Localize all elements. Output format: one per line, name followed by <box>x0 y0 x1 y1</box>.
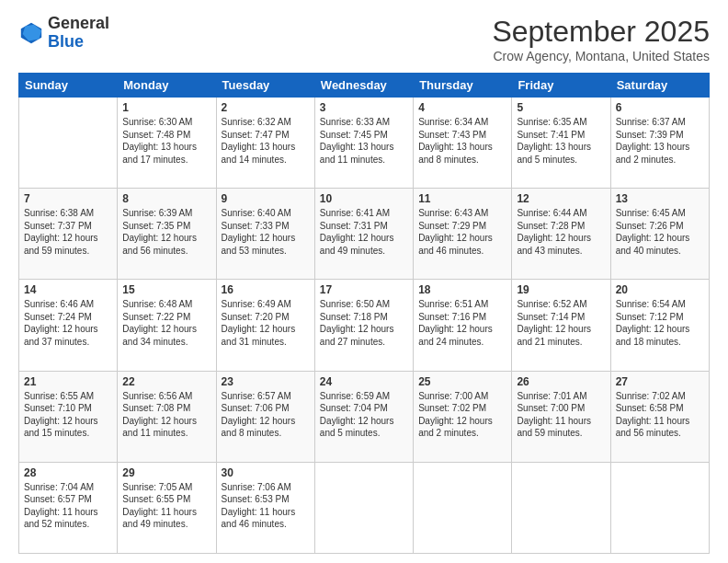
calendar-cell: 19Sunrise: 6:52 AMSunset: 7:14 PMDayligh… <box>512 280 610 371</box>
day-number: 11 <box>418 192 506 205</box>
calendar-cell: 10Sunrise: 6:41 AMSunset: 7:31 PMDayligh… <box>314 189 413 280</box>
cell-info: Sunrise: 6:39 AMSunset: 7:35 PMDaylight:… <box>122 207 210 257</box>
day-number: 23 <box>222 375 310 388</box>
cell-info: Sunrise: 7:06 AMSunset: 6:53 PMDaylight:… <box>222 481 310 531</box>
calendar-cell: 20Sunrise: 6:54 AMSunset: 7:12 PMDayligh… <box>610 280 709 371</box>
day-number: 21 <box>24 375 112 388</box>
day-number: 22 <box>122 375 210 388</box>
logo-icon <box>18 20 44 46</box>
page: General Blue September 2025 Crow Agency,… <box>0 0 728 563</box>
cell-info: Sunrise: 6:32 AMSunset: 7:47 PMDaylight:… <box>222 116 310 166</box>
cell-info: Sunrise: 6:35 AMSunset: 7:41 PMDaylight:… <box>517 116 605 166</box>
calendar-cell <box>414 462 512 553</box>
day-number: 5 <box>517 101 605 114</box>
calendar-cell: 24Sunrise: 6:59 AMSunset: 7:04 PMDayligh… <box>314 371 413 462</box>
cell-info: Sunrise: 6:34 AMSunset: 7:43 PMDaylight:… <box>418 116 506 166</box>
col-header-friday: Friday <box>512 74 610 98</box>
cell-info: Sunrise: 6:57 AMSunset: 7:06 PMDaylight:… <box>222 390 310 440</box>
cell-info: Sunrise: 6:30 AMSunset: 7:48 PMDaylight:… <box>122 116 210 166</box>
cell-info: Sunrise: 7:02 AMSunset: 6:58 PMDaylight:… <box>616 390 704 440</box>
day-number: 27 <box>616 375 704 388</box>
day-number: 13 <box>616 192 704 205</box>
day-number: 7 <box>24 192 112 205</box>
cell-info: Sunrise: 6:51 AMSunset: 7:16 PMDaylight:… <box>418 298 506 348</box>
week-row-2: 7Sunrise: 6:38 AMSunset: 7:37 PMDaylight… <box>19 189 710 280</box>
day-number: 3 <box>320 101 408 114</box>
day-number: 20 <box>616 283 704 296</box>
col-header-sunday: Sunday <box>19 74 118 98</box>
cell-info: Sunrise: 6:45 AMSunset: 7:26 PMDaylight:… <box>616 207 704 257</box>
cell-info: Sunrise: 6:48 AMSunset: 7:22 PMDaylight:… <box>122 298 210 348</box>
calendar-cell: 26Sunrise: 7:01 AMSunset: 7:00 PMDayligh… <box>512 371 610 462</box>
col-header-thursday: Thursday <box>414 74 512 98</box>
day-number: 15 <box>122 283 210 296</box>
calendar-cell: 5Sunrise: 6:35 AMSunset: 7:41 PMDaylight… <box>512 98 610 189</box>
cell-info: Sunrise: 7:05 AMSunset: 6:55 PMDaylight:… <box>122 481 210 531</box>
col-header-saturday: Saturday <box>610 74 709 98</box>
calendar-cell: 15Sunrise: 6:48 AMSunset: 7:22 PMDayligh… <box>118 280 216 371</box>
day-number: 10 <box>320 192 408 205</box>
week-row-5: 28Sunrise: 7:04 AMSunset: 6:57 PMDayligh… <box>19 462 710 553</box>
col-header-wednesday: Wednesday <box>314 74 413 98</box>
header: General Blue September 2025 Crow Agency,… <box>18 15 710 63</box>
cell-info: Sunrise: 7:01 AMSunset: 7:00 PMDaylight:… <box>517 390 605 440</box>
calendar-cell: 21Sunrise: 6:55 AMSunset: 7:10 PMDayligh… <box>19 371 118 462</box>
day-number: 16 <box>222 283 310 296</box>
day-number: 28 <box>24 466 112 479</box>
calendar-cell: 27Sunrise: 7:02 AMSunset: 6:58 PMDayligh… <box>610 371 709 462</box>
day-number: 14 <box>24 283 112 296</box>
calendar-cell: 1Sunrise: 6:30 AMSunset: 7:48 PMDaylight… <box>118 98 216 189</box>
col-header-monday: Monday <box>118 74 216 98</box>
month-title: September 2025 <box>492 15 710 49</box>
day-number: 24 <box>320 375 408 388</box>
day-number: 29 <box>122 466 210 479</box>
calendar-cell: 8Sunrise: 6:39 AMSunset: 7:35 PMDaylight… <box>118 189 216 280</box>
cell-info: Sunrise: 6:50 AMSunset: 7:18 PMDaylight:… <box>320 298 408 348</box>
logo-general: General <box>48 15 109 33</box>
cell-info: Sunrise: 6:46 AMSunset: 7:24 PMDaylight:… <box>24 298 112 348</box>
calendar-cell: 25Sunrise: 7:00 AMSunset: 7:02 PMDayligh… <box>414 371 512 462</box>
cell-info: Sunrise: 6:33 AMSunset: 7:45 PMDaylight:… <box>320 116 408 166</box>
day-number: 19 <box>517 283 605 296</box>
calendar-cell: 14Sunrise: 6:46 AMSunset: 7:24 PMDayligh… <box>19 280 118 371</box>
calendar-cell: 12Sunrise: 6:44 AMSunset: 7:28 PMDayligh… <box>512 189 610 280</box>
cell-info: Sunrise: 6:52 AMSunset: 7:14 PMDaylight:… <box>517 298 605 348</box>
calendar-cell: 23Sunrise: 6:57 AMSunset: 7:06 PMDayligh… <box>216 371 314 462</box>
day-number: 1 <box>122 101 210 114</box>
calendar-cell: 29Sunrise: 7:05 AMSunset: 6:55 PMDayligh… <box>118 462 216 553</box>
calendar-cell: 16Sunrise: 6:49 AMSunset: 7:20 PMDayligh… <box>216 280 314 371</box>
week-row-4: 21Sunrise: 6:55 AMSunset: 7:10 PMDayligh… <box>19 371 710 462</box>
cell-info: Sunrise: 6:59 AMSunset: 7:04 PMDaylight:… <box>320 390 408 440</box>
cell-info: Sunrise: 6:49 AMSunset: 7:20 PMDaylight:… <box>222 298 310 348</box>
calendar-cell: 2Sunrise: 6:32 AMSunset: 7:47 PMDaylight… <box>216 98 314 189</box>
calendar-cell: 18Sunrise: 6:51 AMSunset: 7:16 PMDayligh… <box>414 280 512 371</box>
calendar-header-row: SundayMondayTuesdayWednesdayThursdayFrid… <box>19 74 710 98</box>
title-block: September 2025 Crow Agency, Montana, Uni… <box>492 15 710 63</box>
cell-info: Sunrise: 6:43 AMSunset: 7:29 PMDaylight:… <box>418 207 506 257</box>
day-number: 2 <box>222 101 310 114</box>
col-header-tuesday: Tuesday <box>216 74 314 98</box>
location: Crow Agency, Montana, United States <box>492 49 710 63</box>
calendar-cell <box>610 462 709 553</box>
calendar-cell <box>19 98 118 189</box>
week-row-1: 1Sunrise: 6:30 AMSunset: 7:48 PMDaylight… <box>19 98 710 189</box>
calendar-cell: 3Sunrise: 6:33 AMSunset: 7:45 PMDaylight… <box>314 98 413 189</box>
calendar-cell: 28Sunrise: 7:04 AMSunset: 6:57 PMDayligh… <box>19 462 118 553</box>
day-number: 12 <box>517 192 605 205</box>
calendar-cell <box>512 462 610 553</box>
calendar-cell <box>314 462 413 553</box>
calendar-cell: 9Sunrise: 6:40 AMSunset: 7:33 PMDaylight… <box>216 189 314 280</box>
cell-info: Sunrise: 6:37 AMSunset: 7:39 PMDaylight:… <box>616 116 704 166</box>
cell-info: Sunrise: 6:56 AMSunset: 7:08 PMDaylight:… <box>122 390 210 440</box>
calendar-cell: 4Sunrise: 6:34 AMSunset: 7:43 PMDaylight… <box>414 98 512 189</box>
calendar-cell: 13Sunrise: 6:45 AMSunset: 7:26 PMDayligh… <box>610 189 709 280</box>
logo-blue: Blue <box>48 33 109 52</box>
cell-info: Sunrise: 6:55 AMSunset: 7:10 PMDaylight:… <box>24 390 112 440</box>
day-number: 26 <box>517 375 605 388</box>
cell-info: Sunrise: 7:04 AMSunset: 6:57 PMDaylight:… <box>24 481 112 531</box>
calendar-cell: 17Sunrise: 6:50 AMSunset: 7:18 PMDayligh… <box>314 280 413 371</box>
week-row-3: 14Sunrise: 6:46 AMSunset: 7:24 PMDayligh… <box>19 280 710 371</box>
logo: General Blue <box>18 15 109 52</box>
cell-info: Sunrise: 7:00 AMSunset: 7:02 PMDaylight:… <box>418 390 506 440</box>
calendar-cell: 22Sunrise: 6:56 AMSunset: 7:08 PMDayligh… <box>118 371 216 462</box>
